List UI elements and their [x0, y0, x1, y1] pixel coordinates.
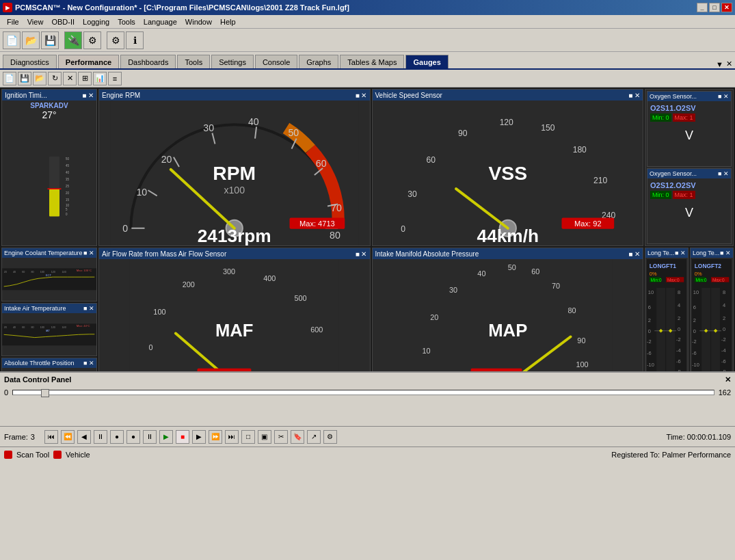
step-forward-button[interactable]: ▶: [192, 430, 206, 444]
svg-text:40: 40: [66, 171, 70, 174]
svg-text:100: 100: [153, 308, 165, 316]
sub-list-btn[interactable]: ≡: [108, 72, 122, 85]
sub-save-btn[interactable]: 💾: [18, 72, 31, 85]
svg-text:10: 10: [693, 289, 699, 295]
sub-open-btn[interactable]: 📂: [33, 72, 46, 85]
svg-text:Max: 92: Max: 92: [574, 219, 601, 228]
menu-view[interactable]: View: [23, 16, 48, 27]
tab-close-icon[interactable]: ✕: [726, 59, 732, 68]
tab-tools[interactable]: Tools: [177, 55, 210, 68]
maximize-button[interactable]: □: [709, 3, 720, 12]
sub-x-btn[interactable]: ✕: [63, 72, 77, 85]
step-back-button[interactable]: ◀: [77, 430, 91, 444]
tab-tables[interactable]: Tables & Maps: [340, 55, 404, 68]
menu-file[interactable]: File: [3, 16, 23, 27]
rpm-close[interactable]: ■ ✕: [356, 92, 367, 99]
ignition-bar-chart: 50 45 40 35 25 20 15 10 5 0: [29, 120, 70, 244]
save-button[interactable]: 💾: [41, 31, 59, 49]
tab-console[interactable]: Console: [255, 55, 297, 68]
dot-button1[interactable]: ●: [110, 430, 124, 444]
pause-button[interactable]: ⏸: [94, 430, 107, 444]
oxygen1-close[interactable]: ■ ✕: [718, 93, 729, 100]
info-button[interactable]: ℹ: [126, 31, 144, 49]
bookmark-button[interactable]: 🔖: [291, 430, 304, 444]
app-icon: ▶: [3, 3, 12, 12]
menu-help[interactable]: Help: [216, 16, 240, 27]
longft1-close[interactable]: ■ ✕: [675, 250, 686, 256]
tab-dropdown-icon[interactable]: ▼: [716, 60, 723, 68]
rpm-gauge-svg: 0 10 20 30 40 50 60: [99, 101, 370, 245]
play-button[interactable]: ▶: [159, 430, 173, 444]
svg-text:80: 80: [330, 230, 340, 241]
longft1-title: Long Te...: [647, 250, 674, 256]
ect-chart: 20 40 60 80 100 120 140 Max: 106°C ECT: [2, 258, 96, 301]
tab-diagnostics[interactable]: Diagnostics: [3, 55, 57, 68]
slider-track[interactable]: [12, 390, 714, 395]
svg-text:45: 45: [66, 164, 70, 168]
menu-logging[interactable]: Logging: [79, 16, 113, 27]
fast-forward-button[interactable]: ⏩: [209, 430, 222, 444]
sub-refresh-btn[interactable]: ↻: [48, 72, 62, 85]
sub-chart-btn[interactable]: 📊: [93, 72, 107, 85]
maf-close[interactable]: ■ ✕: [356, 250, 367, 258]
sub-new-btn[interactable]: 📄: [3, 72, 16, 85]
skip-end-button[interactable]: ⏭: [225, 430, 239, 444]
export-button[interactable]: □: [241, 430, 255, 444]
stop-button[interactable]: ■: [176, 430, 189, 444]
tab-settings[interactable]: Settings: [211, 55, 254, 68]
config-button[interactable]: ⚙: [107, 31, 124, 49]
dot-button2[interactable]: ●: [126, 430, 140, 444]
slider-thumb[interactable]: [41, 389, 49, 397]
svg-text:600: 600: [310, 325, 323, 334]
export2-button[interactable]: ↗: [307, 430, 321, 444]
ect-header: Engine Coolant Temperature ■ ✕: [2, 248, 96, 258]
ect-close[interactable]: ■ ✕: [83, 250, 94, 256]
open-button[interactable]: 📂: [22, 31, 40, 49]
close-button[interactable]: ✕: [721, 3, 732, 12]
svg-text:70: 70: [551, 282, 559, 290]
svg-text:20: 20: [430, 313, 438, 321]
map-close[interactable]: ■ ✕: [628, 250, 640, 258]
menu-window[interactable]: Window: [181, 16, 216, 27]
longft2-close[interactable]: ■ ✕: [720, 250, 731, 256]
clip-button[interactable]: ✂: [274, 430, 288, 444]
oxygen2-close[interactable]: ■ ✕: [718, 170, 729, 177]
new-button[interactable]: 📄: [3, 31, 21, 49]
config-button[interactable]: ⚙: [323, 430, 337, 444]
svg-text:0: 0: [401, 224, 405, 234]
disconnect-button[interactable]: ⚙: [83, 31, 101, 49]
tab-dashboards[interactable]: Dashboards: [120, 55, 176, 68]
window-title: PCMSCAN™ - New Configuration* - [C:\Prog…: [15, 3, 349, 12]
throttle-close[interactable]: ■ ✕: [83, 360, 94, 366]
svg-text:60: 60: [22, 271, 25, 274]
tab-performance[interactable]: Performance: [58, 55, 119, 68]
minimize-button[interactable]: _: [697, 3, 708, 12]
svg-text:60: 60: [316, 158, 327, 169]
svg-text:6: 6: [648, 304, 651, 310]
time-value: 00:00:01.109: [687, 433, 731, 441]
menu-tools[interactable]: Tools: [113, 16, 139, 27]
svg-text:70: 70: [331, 202, 342, 213]
vss-close[interactable]: ■ ✕: [628, 92, 640, 99]
data-control-panel: Data Control Panel ✕ 0 162: [0, 371, 735, 426]
connect-button[interactable]: 🔌: [64, 31, 82, 49]
tab-gauges[interactable]: Gauges: [405, 55, 448, 68]
skip-start-button[interactable]: ⏮: [44, 430, 58, 444]
menu-language[interactable]: Language: [139, 16, 181, 27]
svg-text:0: 0: [678, 326, 680, 332]
sub-grid-btn[interactable]: ⊞: [78, 72, 92, 85]
map-panel-header: Intake Manifold Absolute Pressure ■ ✕: [373, 248, 643, 259]
pause-button2[interactable]: ⏸: [143, 430, 157, 444]
slider-row: 0 162: [4, 388, 731, 397]
svg-rect-12: [48, 189, 62, 190]
oxygen1-header: Oxygen Sensor... ■ ✕: [647, 92, 731, 101]
iat-close[interactable]: ■ ✕: [83, 305, 94, 312]
ignition-close[interactable]: ■ ✕: [82, 92, 94, 99]
menu-obd[interactable]: OBD-II: [47, 16, 79, 27]
data-control-close[interactable]: ✕: [725, 375, 731, 384]
rewind-button[interactable]: ⏪: [61, 430, 75, 444]
tab-graphs[interactable]: Graphs: [299, 55, 338, 68]
svg-text:0: 0: [122, 223, 128, 234]
import-button[interactable]: ▣: [258, 430, 271, 444]
iat-chart: 20 40 60 80 100 120 140 Max: 44°C IAT: [2, 313, 96, 356]
